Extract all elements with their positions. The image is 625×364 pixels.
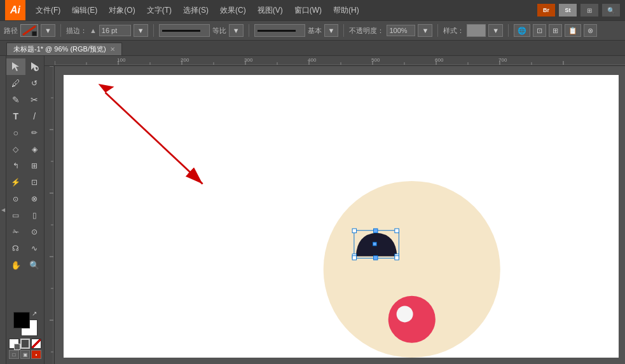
menu-object[interactable]: 对象(O) (104, 3, 140, 18)
style-preview[interactable] (467, 24, 486, 37)
symbol-sprayer-tool[interactable]: ⊙ (6, 191, 25, 207)
swap-colors-icon[interactable]: ↗ (32, 310, 39, 318)
sel-handle-center[interactable] (373, 242, 377, 246)
style-dropdown[interactable]: ▼ (488, 24, 503, 37)
blend-tool[interactable]: ☊ (6, 240, 25, 257)
stroke-color-indicator[interactable] (20, 339, 31, 349)
tool-row-6: ◇ ◈ (6, 141, 44, 158)
stock-icon[interactable]: St (559, 4, 577, 17)
ratio-dropdown[interactable]: ▼ (229, 24, 244, 37)
tool-row-5: ○ ✏ (6, 125, 44, 141)
sep5 (437, 24, 438, 37)
menu-effect[interactable]: 效果(C) (215, 3, 251, 18)
extra-btn2[interactable]: ⊡ (533, 24, 546, 37)
sel-handle-tl[interactable] (352, 229, 356, 233)
warp-tool[interactable]: ⚡ (6, 174, 25, 191)
none-indicator[interactable] (31, 339, 41, 349)
bridge-icon[interactable]: Br (537, 4, 555, 17)
stroke-size-input[interactable] (99, 25, 131, 36)
tool-row-10: ▭ ▯ (6, 207, 44, 224)
extra-btn4[interactable]: 📋 (565, 24, 581, 37)
canvas-area[interactable]: 100 200 300 400 500 600 700 (45, 56, 625, 364)
full-screen-no-bar-btn[interactable]: ▪ (31, 350, 41, 359)
column-graph-tool[interactable]: ⊗ (25, 191, 45, 207)
base-dropdown[interactable]: ▼ (324, 24, 339, 37)
svg-text:200: 200 (181, 57, 189, 63)
pencil-tool[interactable]: ✏ (25, 125, 45, 141)
gradient-tool[interactable]: ✁ (6, 224, 25, 240)
sep1 (60, 24, 61, 37)
menu-window[interactable]: 窗口(W) (289, 3, 327, 18)
mesh-tool[interactable]: ⊙ (25, 224, 45, 240)
free-transform-tool[interactable]: ⊡ (25, 174, 45, 191)
menu-file[interactable]: 文件(F) (31, 3, 65, 18)
ellipse-tool[interactable]: ○ (6, 125, 25, 141)
search-icon[interactable]: 🔍 (602, 4, 620, 17)
shaper-tool[interactable]: ◇ (6, 141, 25, 158)
base-label: 基本 (308, 26, 322, 36)
tool-row-7: ↰ ⊞ (6, 158, 44, 174)
pen-tool[interactable]: 🖊 (6, 75, 25, 91)
red-circle[interactable] (388, 296, 436, 343)
svg-text:600: 600 (435, 57, 444, 63)
menu-type[interactable]: 文字(T) (142, 3, 177, 18)
artboard (64, 75, 619, 358)
opacity-dropdown[interactable]: ▼ (418, 24, 432, 37)
panel-collapse-left[interactable]: ◀ (0, 56, 6, 364)
tools-panel: 🖊 ↺ ✎ ✂ T / ○ ✏ ◇ ◈ ↰ ⊞ ⚡ ⊡ (6, 56, 45, 364)
artboard-tool[interactable]: ▭ (6, 207, 25, 224)
rotate-tool[interactable]: ↰ (6, 158, 25, 174)
ruler-top: 100 200 300 400 500 600 700 (45, 56, 625, 66)
svg-text:400: 400 (308, 57, 317, 63)
path-label: 路径 (4, 26, 18, 36)
stroke-line-preview[interactable] (159, 24, 210, 37)
scale-tool[interactable]: ⊞ (25, 158, 45, 174)
selection-tool[interactable] (6, 58, 25, 75)
sel-handle-tr[interactable] (395, 229, 399, 233)
document-tab[interactable]: 未标题-1* @ 96% (RGB/预览) ✕ (6, 43, 122, 55)
menu-edit[interactable]: 编辑(E) (67, 3, 102, 18)
menu-select[interactable]: 选择(S) (178, 3, 214, 18)
sel-handle-bm[interactable] (373, 256, 377, 260)
ratio-label: 等比 (212, 26, 226, 36)
extra-options[interactable]: 🌐 (514, 24, 530, 37)
tool-row-12: ☊ ∿ (6, 240, 44, 257)
direct-selection-tool[interactable] (25, 58, 45, 75)
stroke-up-arrow[interactable]: ▲ (90, 27, 97, 34)
type-tool[interactable]: T (6, 108, 25, 125)
paintbrush-tool[interactable]: ✎ (6, 91, 25, 108)
blob-brush-tool[interactable]: ✂ (25, 91, 45, 108)
grid-icon[interactable]: ⊞ (580, 4, 598, 17)
ruler-left (45, 66, 55, 364)
extra-btn5[interactable]: ⊗ (584, 24, 597, 37)
sel-handle-tm[interactable] (373, 229, 377, 233)
sel-handle-bl[interactable] (352, 256, 356, 260)
full-screen-btn[interactable]: ▣ (20, 350, 31, 359)
live-paint-tool[interactable]: ∿ (25, 240, 45, 257)
tool-row-1 (6, 58, 44, 75)
zoom-tool[interactable]: 🔍 (25, 257, 45, 273)
menu-help[interactable]: 帮助(H) (328, 3, 364, 18)
profile-preview[interactable] (254, 24, 305, 37)
sel-handle-br[interactable] (395, 256, 399, 260)
opacity-input[interactable] (387, 25, 415, 36)
stroke-dropdown[interactable]: ▼ (41, 24, 55, 37)
line-tool[interactable]: / (25, 108, 45, 125)
extra-tool-buttons: □ ▣ ▪ (9, 350, 41, 359)
stroke-size-dropdown[interactable]: ▼ (134, 24, 148, 37)
screen-mode-btn[interactable]: □ (9, 350, 19, 359)
menu-view[interactable]: 视图(V) (252, 3, 288, 18)
eraser-tool[interactable]: ◈ (25, 141, 45, 158)
tool-row-8: ⚡ ⊡ (6, 174, 44, 191)
foreground-color-box[interactable] (13, 312, 30, 328)
fill-color-indicator[interactable] (9, 339, 19, 349)
slice-tool[interactable]: ▯ (25, 207, 45, 224)
sep3 (249, 24, 249, 37)
stroke-color-swatch[interactable] (20, 24, 38, 37)
curvature-tool[interactable]: ↺ (25, 75, 45, 91)
color-mode-buttons (9, 339, 41, 349)
color-boxes: ↗ (13, 312, 38, 336)
hand-tool[interactable]: ✋ (6, 257, 25, 273)
tab-close-button[interactable]: ✕ (110, 46, 115, 53)
extra-btn3[interactable]: ⊞ (549, 24, 562, 37)
